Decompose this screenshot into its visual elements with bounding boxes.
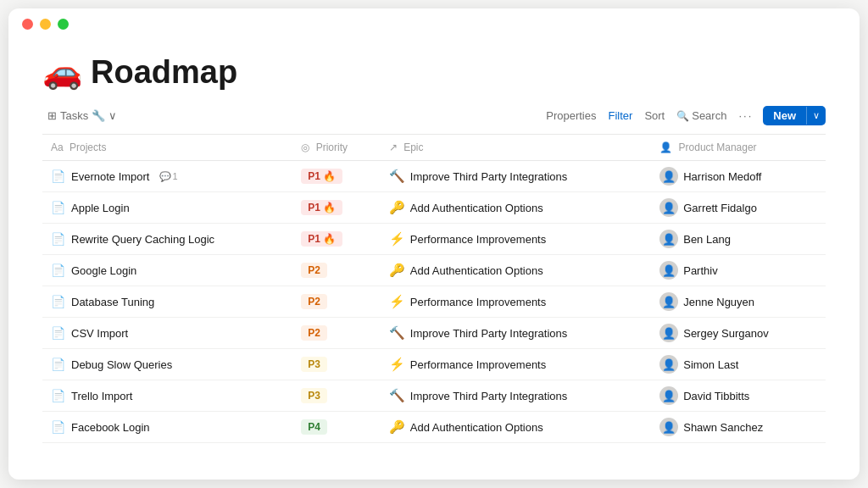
pm-cell: 👤Shawn Sanchez (651, 412, 826, 443)
doc-icon: 📄 (51, 263, 65, 277)
project-cell: 📄Evernote Import💬1 (42, 161, 292, 192)
page-title-text: Roadmap (91, 54, 237, 91)
pm-name: Harrison Medoff (683, 170, 761, 183)
doc-icon: 📄 (51, 326, 65, 340)
titlebar (8, 8, 860, 36)
avatar: 👤 (659, 292, 678, 311)
minimize-button[interactable] (40, 19, 51, 30)
table-row[interactable]: 📄Apple LoginP1 🔥🔑Add Authentication Opti… (42, 192, 826, 224)
epic-name: Improve Third Party Integrations (410, 390, 567, 402)
col-projects-label: Projects (70, 141, 106, 153)
priority-badge: P2 (301, 263, 327, 278)
project-cell: 📄Google Login (42, 255, 292, 286)
view-chevron-icon: ∨ (108, 109, 117, 122)
epic-icon: 🔨 (389, 325, 405, 341)
project-name: Evernote Import (71, 170, 150, 183)
epic-cell: 🔑Add Authentication Options (381, 412, 651, 443)
priority-badge: P1 🔥 (301, 169, 342, 184)
table-row[interactable]: 📄Database TuningP2⚡Performance Improveme… (42, 286, 826, 318)
table-row[interactable]: 📄CSV ImportP2🔨Improve Third Party Integr… (42, 318, 826, 349)
avatar: 👤 (659, 386, 678, 405)
pm-cell: 👤Jenne Nguyen (651, 286, 826, 318)
project-name: CSV Import (71, 327, 128, 340)
table-row[interactable]: 📄Facebook LoginP4🔑Add Authentication Opt… (42, 412, 826, 443)
close-button[interactable] (22, 19, 33, 30)
priority-cell: P1 🔥 (292, 192, 381, 224)
table-container: Aa Projects ◎ Priority ↗ Epic 👤 (42, 135, 826, 463)
table-header: Aa Projects ◎ Priority ↗ Epic 👤 (42, 135, 826, 161)
epic-name: Performance Improvements (410, 233, 546, 246)
table-icon: ⊞ (47, 109, 57, 122)
project-name: Google Login (71, 264, 136, 277)
search-icon: 🔍 (676, 110, 689, 122)
col-priority: ◎ Priority (292, 135, 381, 161)
priority-cell: P2 (292, 255, 381, 286)
epic-icon: 🔑 (389, 419, 405, 435)
pm-cell: 👤Simon Last (651, 349, 826, 380)
table-row[interactable]: 📄Rewrite Query Caching LogicP1 🔥⚡Perform… (42, 224, 826, 255)
avatar: 👤 (659, 230, 678, 248)
project-cell: 📄Trello Import (42, 380, 292, 412)
priority-badge: P1 🔥 (301, 231, 342, 247)
project-cell: 📄CSV Import (42, 318, 292, 349)
table-row[interactable]: 📄Google LoginP2🔑Add Authentication Optio… (42, 255, 826, 286)
filter-label: Filter (608, 109, 632, 122)
project-cell: 📄Facebook Login (42, 412, 292, 443)
table-row[interactable]: 📄Debug Slow QueriesP3⚡Performance Improv… (42, 349, 826, 380)
epic-icon: ⚡ (389, 357, 405, 372)
project-name: Facebook Login (71, 421, 150, 434)
new-button[interactable]: New (763, 106, 806, 125)
priority-badge: P3 (301, 357, 327, 372)
avatar: 👤 (659, 418, 678, 436)
table-row[interactable]: 📄Evernote Import💬1P1 🔥🔨Improve Third Par… (42, 161, 826, 192)
epic-icon: 🔨 (389, 169, 405, 184)
pm-name: Ben Lang (683, 233, 731, 246)
priority-badge: P2 (301, 325, 327, 341)
doc-icon: 📄 (51, 232, 65, 246)
more-options-button[interactable]: ··· (733, 107, 758, 125)
col-projects: Aa Projects (42, 135, 292, 161)
priority-cell: P3 (292, 380, 381, 412)
sort-label: Sort (644, 109, 665, 122)
epic-name: Improve Third Party Integrations (410, 327, 567, 340)
epic-cell: ⚡Performance Improvements (381, 349, 651, 380)
pm-name: Parthiv (683, 264, 717, 277)
properties-button[interactable]: Properties (541, 107, 601, 125)
epic-icon: 🔑 (389, 200, 405, 215)
doc-icon: 📄 (51, 295, 65, 308)
priority-badge: P4 (301, 419, 327, 435)
priority-cell: P1 🔥 (292, 224, 381, 255)
view-switcher[interactable]: ⊞ Tasks 🔧 ∨ (42, 107, 122, 125)
avatar: 👤 (659, 355, 678, 374)
pm-cell: 👤Harrison Medoff (651, 161, 826, 192)
new-button-chevron[interactable]: ∨ (806, 107, 826, 125)
page-title: 🚗 Roadmap (42, 53, 826, 91)
sort-button[interactable]: Sort (639, 107, 670, 125)
epic-name: Performance Improvements (410, 358, 546, 371)
toolbar-right: Properties Filter Sort 🔍 Search ··· New (541, 106, 826, 125)
doc-icon: 📄 (51, 169, 65, 183)
pm-name: Shawn Sanchez (683, 421, 763, 434)
project-name: Apple Login (71, 202, 130, 214)
col-priority-label: Priority (316, 141, 348, 153)
col-epic: ↗ Epic (381, 135, 651, 161)
search-button[interactable]: 🔍 Search (671, 107, 732, 125)
pm-cell: 👤David Tibbitts (651, 380, 826, 412)
avatar: 👤 (659, 261, 678, 280)
table-row[interactable]: 📄Trello ImportP3🔨Improve Third Party Int… (42, 380, 826, 412)
filter-button[interactable]: Filter (603, 107, 637, 125)
dots-icon: ··· (738, 109, 753, 122)
pm-cell: 👤Parthiv (651, 255, 826, 286)
maximize-button[interactable] (58, 19, 69, 30)
priority-cell: P3 (292, 349, 381, 380)
app-window: 🚗 Roadmap ⊞ Tasks 🔧 ∨ Properties Filter (8, 8, 860, 480)
comment-badge: 💬1 (159, 171, 178, 182)
project-name: Trello Import (71, 390, 132, 402)
epic-cell: ⚡Performance Improvements (381, 224, 651, 255)
doc-icon: 📄 (51, 358, 65, 371)
properties-label: Properties (546, 109, 596, 122)
wrench-icon: 🔧 (92, 109, 105, 122)
tasks-table: Aa Projects ◎ Priority ↗ Epic 👤 (42, 135, 826, 443)
epic-name: Add Authentication Options (410, 421, 543, 434)
priority-badge: P2 (301, 294, 327, 309)
